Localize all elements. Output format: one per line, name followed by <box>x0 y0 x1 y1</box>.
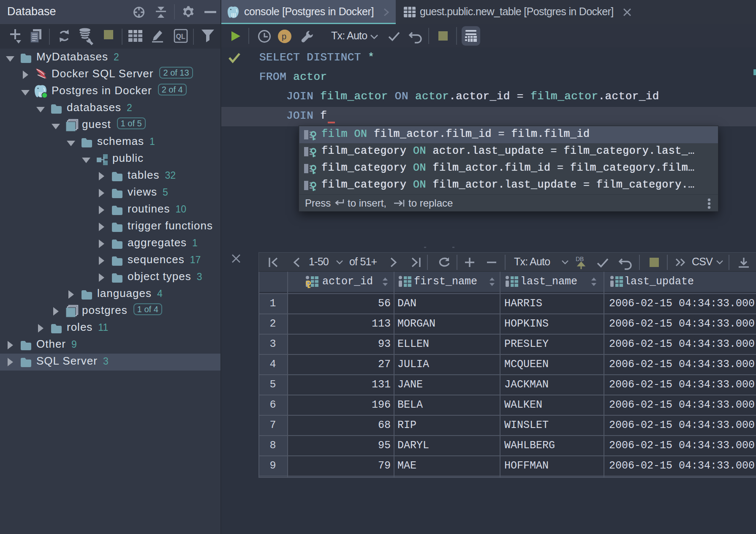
svg-text:QL: QL <box>176 33 185 40</box>
svg-text:p: p <box>282 32 286 41</box>
svg-text:DB: DB <box>576 256 584 262</box>
